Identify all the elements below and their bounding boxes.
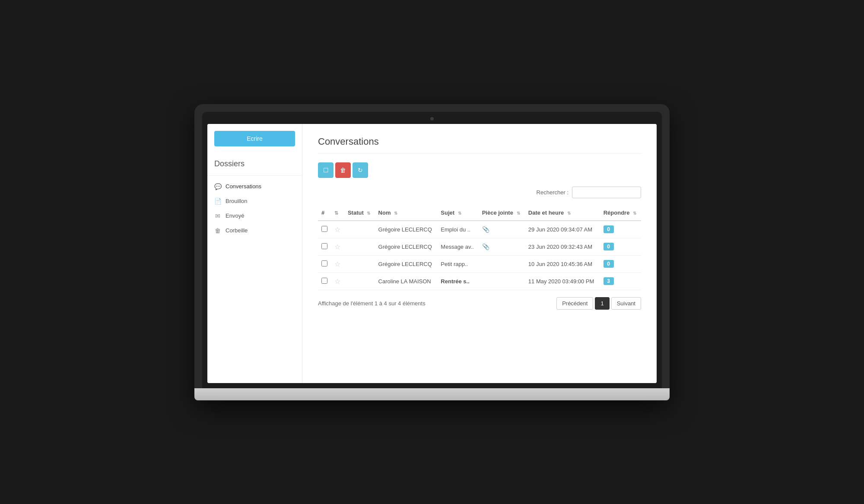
next-page-button[interactable]: Suivant: [611, 297, 641, 310]
conversations-table: # ⇅ Statut ⇅ Nom: [318, 205, 641, 290]
row-attachment-cell: [479, 273, 525, 290]
sidebar-item-conversations[interactable]: 💬 Conversations: [207, 179, 302, 194]
row-reply-cell: 0: [600, 255, 641, 273]
col-piece-jointe[interactable]: Pièce jointe ⇅: [479, 205, 525, 221]
table-row: ☆ Grégoire LECLERCQ Message av.. 📎 23 Ju…: [318, 238, 641, 255]
col-statut[interactable]: Statut ⇅: [344, 205, 375, 221]
dossiers-title: Dossiers: [207, 155, 302, 176]
row-attachment-cell: [479, 255, 525, 273]
webcam: [430, 117, 434, 120]
row-reply-cell: 0: [600, 221, 641, 238]
select-all-button[interactable]: ☐: [318, 162, 334, 178]
sort-icon: ⇅: [334, 210, 338, 216]
refresh-button[interactable]: ↻: [353, 162, 368, 178]
row-statut-cell: [344, 273, 375, 290]
reply-badge-2: 0: [604, 260, 614, 268]
reply-badge-3: 3: [604, 277, 614, 285]
laptop-base: [194, 388, 670, 400]
page-1-button[interactable]: 1: [595, 297, 609, 310]
row-checkbox-cell: [318, 255, 331, 273]
star-icon-3[interactable]: ☆: [334, 278, 340, 285]
row-checkbox-cell: [318, 238, 331, 255]
piece-jointe-sort-icon: ⇅: [517, 211, 520, 216]
row-reply-cell: 0: [600, 238, 641, 255]
row-nom-cell: Caroline LA MAISON: [375, 273, 438, 290]
delete-button[interactable]: 🗑: [335, 162, 351, 178]
attachment-icon: 📎: [482, 226, 489, 233]
row-checkbox-1[interactable]: [321, 243, 327, 249]
table-info: Affichage de l'élément 1 à 4 sur 4 éléme…: [318, 300, 426, 307]
sujet-sort-icon: ⇅: [458, 211, 461, 216]
star-icon-2[interactable]: ☆: [334, 260, 340, 268]
row-date-cell: 23 Jun 2020 09:32:43 AM: [525, 238, 600, 255]
nom-sort-icon: ⇅: [394, 211, 397, 216]
corbeille-icon: 🗑: [214, 227, 221, 234]
table-footer: Affichage de l'élément 1 à 4 sur 4 éléme…: [318, 297, 641, 310]
table-row: ☆ Caroline LA MAISON Rentrée s.. 11 May …: [318, 273, 641, 290]
statut-sort-icon: ⇅: [367, 211, 370, 216]
col-sujet[interactable]: Sujet ⇅: [437, 205, 478, 221]
row-checkbox-cell: [318, 221, 331, 238]
brouillon-icon: 📄: [214, 198, 221, 205]
attachment-icon: 📎: [482, 243, 489, 250]
row-statut-cell: [344, 238, 375, 255]
row-star-cell: ☆: [331, 238, 344, 255]
row-statut-cell: [344, 221, 375, 238]
search-label: Rechercher :: [537, 189, 569, 196]
star-icon-1[interactable]: ☆: [334, 243, 340, 250]
sidebar-item-corbeille-label: Corbeille: [226, 227, 248, 234]
row-sujet-cell[interactable]: Rentrée s..: [437, 273, 478, 290]
row-checkbox-cell: [318, 273, 331, 290]
sidebar-item-corbeille[interactable]: 🗑 Corbeille: [207, 223, 302, 238]
row-date-cell: 11 May 2020 03:49:00 PM: [525, 273, 600, 290]
toolbar: ☐ 🗑 ↻: [318, 162, 641, 178]
main-content: Conversations ☐ 🗑 ↻: [302, 124, 657, 383]
row-sujet-cell[interactable]: Petit rapp..: [437, 255, 478, 273]
sidebar-item-brouillon-label: Brouillon: [226, 198, 248, 204]
compose-button[interactable]: Ecrire: [214, 131, 295, 146]
row-date-cell: 29 Jun 2020 09:34:07 AM: [525, 221, 600, 238]
search-input[interactable]: [572, 187, 641, 198]
sidebar-item-brouillon[interactable]: 📄 Brouillon: [207, 194, 302, 209]
hash-label: #: [321, 209, 324, 216]
sidebar: Ecrire Dossiers 💬 Conversations 📄 Brouil…: [207, 124, 302, 383]
delete-icon: 🗑: [340, 167, 346, 174]
row-nom-cell: Grégoire LECLERCQ: [375, 255, 438, 273]
row-reply-cell: 3: [600, 273, 641, 290]
row-date-cell: 10 Jun 2020 10:45:36 AM: [525, 255, 600, 273]
row-checkbox-2[interactable]: [321, 260, 327, 266]
row-star-cell: ☆: [331, 273, 344, 290]
repondre-sort-icon: ⇅: [633, 211, 636, 216]
row-nom-cell: Grégoire LECLERCQ: [375, 221, 438, 238]
col-repondre[interactable]: Répondre ⇅: [600, 205, 641, 221]
page-title: Conversations: [318, 136, 641, 154]
envoye-icon: ✉: [214, 212, 221, 219]
row-attachment-cell: 📎: [479, 221, 525, 238]
refresh-icon: ↻: [358, 167, 363, 174]
prev-page-button[interactable]: Précédent: [556, 297, 593, 310]
col-checkbox: #: [318, 205, 331, 221]
col-date-heure[interactable]: Date et heure ⇅: [525, 205, 600, 221]
row-attachment-cell: 📎: [479, 238, 525, 255]
row-sujet-cell[interactable]: Message av..: [437, 238, 478, 255]
row-checkbox-3[interactable]: [321, 278, 327, 284]
row-checkbox-0[interactable]: [321, 226, 327, 232]
pagination: Précédent 1 Suivant: [556, 297, 641, 310]
select-all-icon: ☐: [323, 167, 329, 174]
row-sujet-cell[interactable]: Emploi du ..: [437, 221, 478, 238]
conversations-icon: 💬: [214, 183, 221, 190]
reply-badge-1: 0: [604, 243, 614, 250]
col-nom[interactable]: Nom ⇅: [375, 205, 438, 221]
search-bar: Rechercher :: [318, 187, 641, 198]
sidebar-item-envoye[interactable]: ✉ Envoyé: [207, 209, 302, 223]
table-row: ☆ Grégoire LECLERCQ Emploi du .. 📎 29 Ju…: [318, 221, 641, 238]
row-star-cell: ☆: [331, 255, 344, 273]
row-star-cell: ☆: [331, 221, 344, 238]
date-heure-sort-icon: ⇅: [567, 211, 571, 216]
sidebar-item-envoye-label: Envoyé: [226, 212, 244, 219]
table-row: ☆ Grégoire LECLERCQ Petit rapp.. 10 Jun …: [318, 255, 641, 273]
row-statut-cell: [344, 255, 375, 273]
star-icon-0[interactable]: ☆: [334, 226, 340, 233]
col-star-sort[interactable]: ⇅: [331, 205, 344, 221]
reply-badge-0: 0: [604, 225, 614, 233]
